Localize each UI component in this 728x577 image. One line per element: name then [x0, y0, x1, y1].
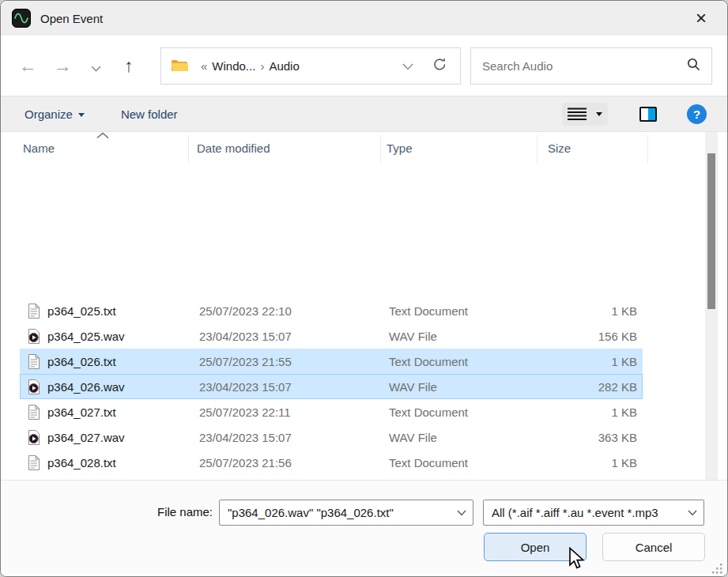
- folder-icon: [171, 58, 188, 73]
- window-title: Open Event: [40, 12, 103, 25]
- recent-locations-chevron-icon[interactable]: [80, 55, 111, 77]
- column-divider[interactable]: [188, 135, 189, 164]
- file-row[interactable]: p364_027.txt 25/07/2023 22:11 Text Docum…: [20, 399, 643, 424]
- file-type: Text Document: [389, 456, 560, 470]
- file-type-select[interactable]: All (*.aif *.aiff *.au *.event *.mp3: [483, 500, 704, 526]
- sort-ascending-icon: [96, 132, 110, 139]
- file-name: p364_026.wav: [47, 380, 199, 394]
- file-icon: [27, 454, 41, 471]
- file-size: 282 KB: [560, 380, 642, 394]
- breadcrumb-overflow-chevron[interactable]: «: [201, 59, 207, 73]
- list-view-icon: [568, 107, 587, 121]
- file-name: p364_026.txt: [47, 355, 199, 368]
- file-type: Text Document: [389, 355, 560, 368]
- search-placeholder: Search Audio: [482, 59, 553, 73]
- file-row[interactable]: p364_027.wav 23/04/2023 15:07 WAV File 3…: [20, 424, 643, 450]
- file-type: WAV File: [389, 431, 560, 444]
- text-file-icon: [27, 404, 41, 420]
- file-type: WAV File: [389, 380, 560, 394]
- file-name: p364_027.wav: [47, 431, 199, 444]
- wav-file-icon: [27, 379, 41, 395]
- text-file-icon: [27, 454, 41, 471]
- file-date-modified: 25/07/2023 22:10: [199, 304, 389, 318]
- forward-icon[interactable]: →: [45, 55, 80, 77]
- mouse-cursor: [568, 547, 586, 571]
- file-date-modified: 23/04/2023 15:07: [199, 330, 389, 343]
- change-view-button[interactable]: [562, 103, 608, 126]
- file-name-label: File name:: [147, 505, 213, 519]
- organize-caret-icon: [78, 113, 85, 117]
- file-icon: [27, 429, 41, 446]
- text-file-icon: [27, 303, 41, 319]
- titlebar: Open Event ×: [1, 1, 727, 36]
- column-header-name[interactable]: Name: [23, 141, 55, 155]
- file-size: 156 KB: [560, 330, 642, 343]
- file-name: p364_025.txt: [47, 304, 199, 318]
- file-type: Text Document: [389, 304, 560, 318]
- column-divider[interactable]: [380, 135, 381, 164]
- new-folder-label: New folder: [121, 107, 178, 121]
- file-row[interactable]: p364_028.txt 25/07/2023 21:56 Text Docum…: [20, 450, 643, 475]
- file-type: Text Document: [389, 405, 560, 419]
- file-row[interactable]: p364_026.txt 25/07/2023 21:55 Text Docum…: [20, 349, 643, 374]
- file-size: 363 KB: [560, 431, 642, 444]
- file-date-modified: 23/04/2023 15:07: [199, 380, 389, 394]
- address-dropdown-chevron-icon[interactable]: [394, 59, 421, 73]
- column-header-date-modified[interactable]: Date modified: [197, 141, 270, 155]
- scrollbar-thumb[interactable]: [707, 153, 715, 309]
- organize-label: Organize: [25, 107, 73, 121]
- toolbar-right-group: ?: [562, 103, 707, 126]
- column-divider[interactable]: [647, 135, 648, 164]
- resize-grip[interactable]: [712, 564, 723, 575]
- column-headers: Name Date modified Type Size: [1, 132, 727, 167]
- file-icon: [27, 328, 41, 345]
- breadcrumb-current[interactable]: Audio: [269, 59, 299, 73]
- file-date-modified: 23/04/2023 15:07: [199, 431, 389, 444]
- search-icon[interactable]: [687, 58, 700, 74]
- cancel-button[interactable]: Cancel: [602, 533, 705, 561]
- wav-file-icon: [27, 328, 41, 345]
- file-type: WAV File: [389, 330, 560, 343]
- dialog-footer: File name: "p364_026.wav" "p364_026.txt"…: [1, 480, 727, 577]
- chevron-down-icon[interactable]: [688, 510, 697, 516]
- file-icon: [27, 353, 41, 370]
- file-name-input[interactable]: "p364_026.wav" "p364_026.txt": [219, 500, 473, 526]
- wav-file-icon: [27, 429, 41, 446]
- file-size: 1 KB: [560, 405, 642, 419]
- file-date-modified: 25/07/2023 21:55: [199, 355, 389, 368]
- column-header-size[interactable]: Size: [548, 141, 571, 155]
- close-icon[interactable]: ×: [686, 3, 716, 33]
- column-header-type[interactable]: Type: [387, 141, 413, 155]
- chevron-down-icon[interactable]: [457, 510, 466, 516]
- open-event-dialog: Open Event × ← → ↑ « Windo... › Audio: [0, 0, 728, 577]
- file-name: p364_027.txt: [47, 405, 199, 419]
- help-icon[interactable]: ?: [687, 104, 707, 124]
- file-size: 1 KB: [560, 355, 642, 368]
- search-input[interactable]: Search Audio: [470, 47, 712, 85]
- file-size: 1 KB: [560, 304, 642, 318]
- file-date-modified: 25/07/2023 22:11: [199, 405, 389, 419]
- file-icon: [27, 379, 41, 395]
- file-row[interactable]: p364_026.wav 23/04/2023 15:07 WAV File 2…: [20, 374, 643, 399]
- file-name: p364_025.wav: [47, 330, 199, 343]
- up-icon[interactable]: ↑: [111, 55, 146, 77]
- preview-pane-icon[interactable]: [639, 107, 657, 122]
- view-dropdown-caret-icon: [596, 112, 602, 116]
- file-size: 1 KB: [560, 456, 642, 470]
- address-bar[interactable]: « Windo... › Audio: [160, 47, 461, 85]
- organize-button[interactable]: Organize: [25, 107, 85, 121]
- refresh-icon[interactable]: [421, 57, 451, 74]
- command-toolbar: Organize New folder ?: [1, 96, 727, 132]
- column-divider[interactable]: [537, 135, 538, 164]
- new-folder-button[interactable]: New folder: [121, 107, 178, 121]
- breadcrumb-separator: ›: [260, 59, 264, 73]
- breadcrumb-parent[interactable]: Windo...: [212, 59, 255, 73]
- file-list-area: Name Date modified Type Size: [1, 132, 727, 480]
- file-name: p364_028.txt: [47, 456, 199, 470]
- file-date-modified: 25/07/2023 21:56: [199, 456, 389, 470]
- file-icon: [27, 404, 41, 420]
- file-row[interactable]: p364_025.txt 25/07/2023 22:10 Text Docum…: [20, 298, 643, 323]
- file-row[interactable]: p364_025.wav 23/04/2023 15:07 WAV File 1…: [20, 323, 643, 349]
- scrollbar-track[interactable]: [705, 132, 718, 480]
- back-icon[interactable]: ←: [10, 55, 45, 77]
